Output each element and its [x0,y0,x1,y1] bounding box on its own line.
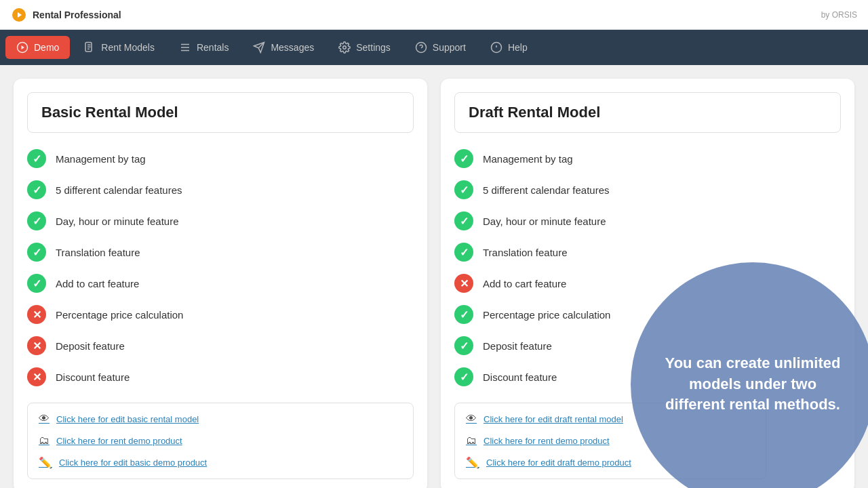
feature-label: Discount feature [56,371,130,383]
cross-icon: ✕ [454,274,473,293]
app-name: Rental Professional [33,9,121,20]
draft-model-card: Draft Rental Model ✓Management by tag✓5 … [441,79,854,488]
basic-model-title-box: Basic Rental Model [27,92,414,133]
link-label[interactable]: Click here for edit basic rental model [56,414,199,424]
nav-settings-label: Settings [356,42,391,53]
nav-settings[interactable]: Settings [328,36,401,59]
draft-feature-item: ✓Translation feature [454,243,841,262]
link-icon: 👁 [466,413,477,425]
gear-icon [338,41,351,54]
nav-rentals-label: Rentals [197,42,229,53]
draft-model-title-box: Draft Rental Model [454,92,841,133]
app-logo-icon [11,7,27,23]
feature-label: Day, hour or minute feature [56,216,178,227]
basic-links-box: 👁Click here for edit basic rental model🗂… [27,403,414,479]
link-icon: 🗂 [466,434,477,447]
nav-support-label: Support [433,42,466,53]
check-icon: ✓ [454,243,473,262]
check-icon: ✓ [454,305,473,324]
link-icon: 🗂 [39,434,50,447]
check-icon: ✓ [454,211,473,230]
basic-link-item[interactable]: ✏️Click here for edit basic demo product [39,456,402,469]
feature-label: Add to cart feature [483,278,566,289]
cross-icon: ✕ [27,305,46,324]
by-orsis: by ORSIS [821,10,857,20]
check-icon: ✓ [27,243,46,262]
basic-model-card: Basic Rental Model ✓Management by tag✓5 … [14,79,427,488]
link-label[interactable]: Click here for rent demo product [56,436,182,446]
basic-feature-item: ✓Management by tag [27,149,414,168]
svg-marker-3 [22,45,25,49]
info-icon [490,41,502,54]
check-icon: ✓ [454,367,473,386]
link-label[interactable]: Click here for edit draft rental model [484,414,623,424]
draft-feature-item: ✓Management by tag [454,149,841,168]
feature-label: Management by tag [56,153,146,165]
nav-demo[interactable]: Demo [5,36,70,59]
feature-label: Translation feature [483,247,568,258]
basic-feature-item: ✓Translation feature [27,243,414,262]
check-icon: ✓ [454,180,473,199]
cross-icon: ✕ [27,367,46,386]
feature-label: Percentage price calculation [483,309,610,321]
nav-demo-label: Demo [34,42,59,53]
check-icon: ✓ [27,149,46,168]
link-label[interactable]: Click here for rent demo product [484,436,610,446]
nav-bar: Demo Rent Models Rentals Messages [0,30,868,65]
draft-feature-item: ✓Day, hour or minute feature [454,211,841,230]
feature-label: 5 different calendar features [483,184,610,196]
nav-rent-models-label: Rent Models [101,42,155,53]
list-icon [179,41,191,54]
check-icon: ✓ [27,211,46,230]
document-icon [83,41,96,54]
cross-icon: ✕ [27,336,46,355]
send-icon [253,41,265,54]
feature-label: Management by tag [483,153,573,165]
nav-support[interactable]: Support [404,36,477,59]
question-icon [415,41,427,54]
feature-label: Deposit feature [56,340,125,352]
feature-label: Percentage price calculation [56,309,183,321]
feature-label: Day, hour or minute feature [483,216,606,227]
feature-label: Discount feature [483,371,557,383]
basic-feature-item: ✓Day, hour or minute feature [27,211,414,230]
check-icon: ✓ [454,149,473,168]
nav-rent-models[interactable]: Rent Models [73,36,165,59]
app-logo: Rental Professional [11,7,121,23]
basic-model-title: Basic Rental Model [41,104,178,121]
draft-feature-item: ✓5 different calendar features [454,180,841,199]
feature-label: Translation feature [56,247,140,258]
basic-feature-item: ✓5 different calendar features [27,180,414,199]
basic-link-item[interactable]: 👁Click here for edit basic rental model [39,413,402,425]
main-content: Basic Rental Model ✓Management by tag✓5 … [0,65,868,488]
link-icon: 👁 [39,413,50,425]
check-icon: ✓ [27,274,46,293]
basic-feature-list: ✓Management by tag✓5 different calendar … [27,149,414,386]
draft-model-title: Draft Rental Model [469,104,600,121]
tooltip-text: You can create unlimited models under tw… [658,353,848,415]
link-label[interactable]: Click here for edit draft demo product [486,458,631,468]
top-bar: Rental Professional by ORSIS [0,0,868,30]
link-label[interactable]: Click here for edit basic demo product [59,458,207,468]
play-circle-icon [16,41,28,54]
nav-help-label: Help [508,42,528,53]
basic-link-item[interactable]: 🗂Click here for rent demo product [39,434,402,447]
basic-feature-item: ✕Deposit feature [27,336,414,355]
nav-rentals[interactable]: Rentals [168,36,239,59]
basic-feature-item: ✕Percentage price calculation [27,305,414,324]
svg-point-13 [343,46,347,49]
basic-feature-item: ✕Discount feature [27,367,414,386]
nav-messages-label: Messages [271,42,314,53]
check-icon: ✓ [454,336,473,355]
feature-label: Add to cart feature [56,278,139,289]
nav-messages[interactable]: Messages [242,36,325,59]
feature-label: 5 different calendar features [56,184,182,196]
feature-label: Deposit feature [483,340,552,352]
check-icon: ✓ [27,180,46,199]
link-icon: ✏️ [39,456,52,469]
nav-help[interactable]: Help [479,36,538,59]
link-icon: ✏️ [466,456,479,469]
basic-feature-item: ✓Add to cart feature [27,274,414,293]
